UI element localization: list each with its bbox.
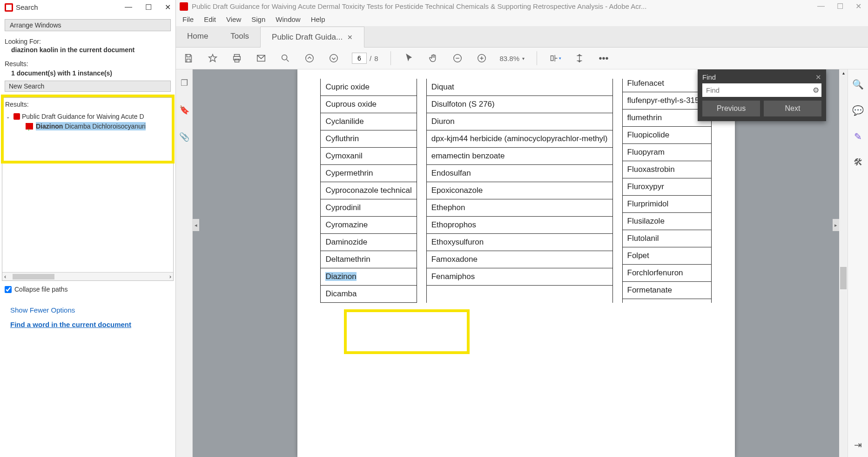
- chem-cell: Dicamba: [321, 286, 416, 303]
- left-rail: ❐ 🔖 📎: [176, 69, 193, 457]
- chem-cell: Flutolanil: [623, 230, 711, 247]
- collapse-paths-checkbox[interactable]: [5, 286, 12, 293]
- minimize-icon[interactable]: —: [817, 2, 825, 11]
- scroll-thumb[interactable]: [840, 267, 847, 289]
- menu-help[interactable]: Help: [311, 15, 325, 23]
- menu-edit[interactable]: Edit: [204, 15, 216, 23]
- find-input[interactable]: [702, 83, 810, 97]
- tab-document[interactable]: Public Draft Guida... ✕: [260, 27, 364, 48]
- find-word-link[interactable]: Find a word in the current document: [10, 321, 165, 328]
- find-settings-icon[interactable]: ⚙: [810, 86, 821, 95]
- find-popup: Find ✕ ⚙ Previous Next: [698, 69, 826, 121]
- chem-cell: Diazinon: [321, 268, 416, 286]
- sign-icon[interactable]: ✎: [854, 131, 862, 142]
- tab-home[interactable]: Home: [176, 26, 219, 47]
- search-plus-icon[interactable]: 🔍: [852, 79, 864, 90]
- page-area[interactable]: Find ✕ ⚙ Previous Next Cupric o: [193, 69, 839, 457]
- zoom-out-icon[interactable]: [451, 52, 464, 64]
- chem-cell: Fenamiphos: [427, 268, 612, 286]
- collapse-paths-label: Collapse file paths: [14, 286, 67, 293]
- results-tree-hit[interactable]: Diazinon Dicamba Dichloroisocyanuri: [25, 121, 171, 131]
- menu-bar: File Edit View Sign Window Help: [176, 13, 868, 26]
- results-tree[interactable]: ⌄ Public Draft Guidance for Waiving Acut…: [2, 111, 173, 272]
- find-prev-button[interactable]: Previous: [702, 101, 760, 116]
- menu-window[interactable]: Window: [276, 15, 300, 23]
- search-panel: Search — ☐ ✕ Arrange Windows Looking For…: [0, 0, 176, 457]
- page-number-input[interactable]: [352, 53, 367, 64]
- fit-width-icon[interactable]: ▾: [549, 52, 561, 64]
- chem-cell: Fluopyram: [623, 144, 711, 161]
- arrange-windows-button[interactable]: Arrange Windows: [5, 19, 171, 31]
- results-box: Results: ⌄ Public Draft Guidance for Wai…: [2, 97, 174, 281]
- collapse-right-icon[interactable]: ⇥: [854, 439, 862, 450]
- acrobat-main: Public Draft Guidance for Waiving Acute …: [176, 0, 868, 457]
- hand-tool-icon[interactable]: [427, 52, 439, 64]
- thumbnails-icon[interactable]: ❐: [181, 78, 188, 88]
- find-title: Find: [702, 73, 716, 82]
- star-icon[interactable]: [207, 52, 219, 64]
- page-up-icon[interactable]: [303, 52, 316, 64]
- results-doc-name: Public Draft Guidance for Waiving Acute …: [22, 113, 144, 120]
- tools-wrench-icon[interactable]: 🛠: [854, 157, 863, 168]
- close-icon[interactable]: ✕: [855, 2, 861, 11]
- chem-cell: Disulfoton (S 276): [427, 96, 612, 113]
- zoom-level[interactable]: 83.8% ▾: [500, 55, 525, 62]
- select-arrow-icon[interactable]: [403, 52, 415, 64]
- maximize-icon[interactable]: ☐: [145, 3, 152, 12]
- scroll-right-icon[interactable]: ›: [169, 273, 171, 280]
- chem-cell: Ethephon: [427, 199, 612, 217]
- show-fewer-options-link[interactable]: Show Fewer Options: [10, 306, 165, 314]
- chem-cell: Cyproconazole technical: [321, 182, 416, 199]
- results-tree-doc[interactable]: ⌄ Public Draft Guidance for Waiving Acut…: [4, 112, 171, 121]
- zoom-in-icon[interactable]: [476, 52, 488, 64]
- zoom-search-icon[interactable]: [279, 52, 291, 64]
- tab-tools[interactable]: Tools: [219, 26, 260, 47]
- save-icon[interactable]: [182, 52, 195, 64]
- collapse-right-rail-icon[interactable]: ▸: [833, 219, 839, 231]
- search-title: Search: [16, 3, 38, 11]
- menu-file[interactable]: File: [182, 15, 194, 23]
- minimize-icon[interactable]: —: [125, 3, 132, 12]
- collapse-paths-row[interactable]: Collapse file paths: [0, 281, 175, 298]
- more-icon[interactable]: •••: [598, 52, 610, 64]
- chem-cell: Ethoprophos: [427, 217, 612, 234]
- page-down-icon[interactable]: [328, 52, 340, 64]
- chem-cell: Cupric oxide: [321, 79, 416, 96]
- email-icon[interactable]: [255, 52, 267, 64]
- scroll-thumb[interactable]: [13, 274, 54, 280]
- result-pdf-icon: [26, 123, 33, 130]
- chem-cell: Flurprimidol: [623, 196, 711, 213]
- chem-cell: Fluoxastrobin: [623, 161, 711, 178]
- hit-context: Dicamba Dichloroisocyanuri: [63, 123, 145, 130]
- attachment-icon[interactable]: 📎: [179, 132, 189, 142]
- pdf-icon: [13, 113, 20, 120]
- chem-cell: Cyfluthrin: [321, 130, 416, 148]
- print-icon[interactable]: [231, 52, 243, 64]
- looking-for-label: Looking For:: [5, 38, 41, 45]
- scroll-mode-icon[interactable]: [573, 52, 585, 64]
- page-total: 8: [374, 55, 378, 62]
- chem-cell: Diquat: [427, 79, 612, 96]
- acrobat-icon: [180, 2, 188, 11]
- tab-close-icon[interactable]: ✕: [347, 34, 353, 41]
- menu-view[interactable]: View: [226, 15, 241, 23]
- new-search-button[interactable]: New Search: [5, 81, 171, 92]
- collapse-left-rail-icon[interactable]: ◂: [193, 219, 199, 231]
- close-icon[interactable]: ✕: [165, 3, 171, 12]
- results-hscrollbar[interactable]: ‹ ›: [2, 272, 173, 280]
- caret-down-icon[interactable]: ⌄: [6, 114, 12, 119]
- vscrollbar[interactable]: ▴: [839, 69, 848, 457]
- chem-cell: Deltamethrin: [321, 251, 416, 268]
- chem-cell: Folpet: [623, 247, 711, 265]
- find-next-button[interactable]: Next: [764, 101, 821, 116]
- find-close-icon[interactable]: ✕: [815, 73, 821, 82]
- zoom-caret-icon[interactable]: ▾: [522, 56, 525, 61]
- bookmark-icon[interactable]: 🔖: [179, 105, 189, 115]
- comment-icon[interactable]: 💬: [852, 105, 864, 116]
- menu-sign[interactable]: Sign: [251, 15, 265, 23]
- chem-cell: Fluopicolide: [623, 127, 711, 144]
- maximize-icon[interactable]: ☐: [837, 2, 843, 11]
- scroll-up-icon[interactable]: ▴: [841, 69, 846, 76]
- chem-cell: Cuprous oxide: [321, 96, 416, 113]
- scroll-left-icon[interactable]: ‹: [4, 273, 6, 280]
